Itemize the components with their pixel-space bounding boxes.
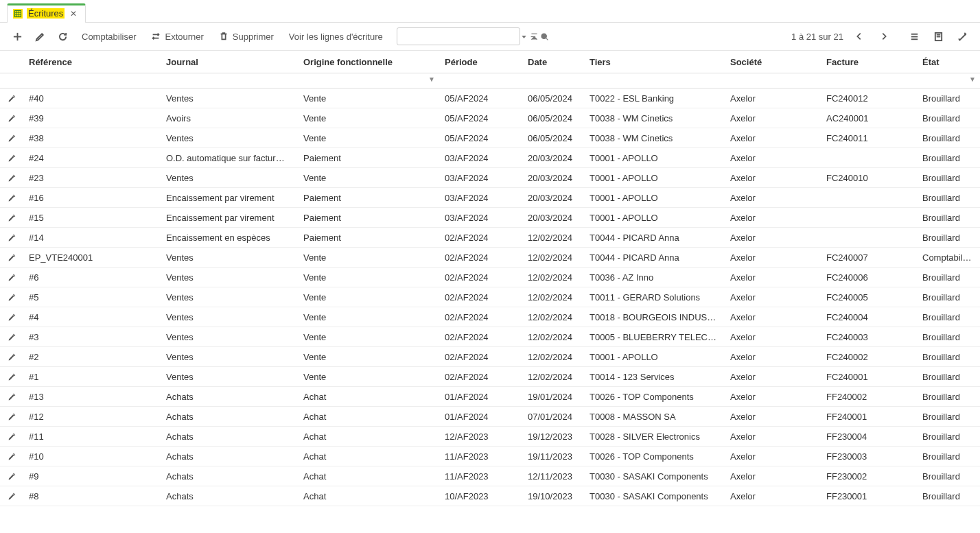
cell-reference: #12: [23, 412, 161, 422]
filter-date[interactable]: [522, 73, 584, 88]
header-periode[interactable]: Période: [439, 57, 522, 67]
table-row[interactable]: #39AvoirsVente05/AF202406/05/2024T0038 -…: [0, 108, 980, 128]
row-edit-button[interactable]: [0, 353, 23, 362]
cell-etat: Brouillard: [917, 372, 980, 382]
row-edit-button[interactable]: [0, 273, 23, 282]
cell-facture: FC240005: [821, 292, 917, 303]
row-edit-button[interactable]: [0, 253, 23, 262]
table-row[interactable]: #15Encaissement par virementPaiement03/A…: [0, 208, 980, 228]
cell-date: 19/01/2024: [522, 392, 584, 402]
table-row[interactable]: #4VentesVente02/AF202412/02/2024T0018 - …: [0, 307, 980, 327]
cell-tiers: T0044 - PICARD Anna: [584, 252, 725, 263]
cell-facture: FC240003: [821, 332, 917, 342]
grid-body: #40VentesVente05/AF202406/05/2024T0022 -…: [0, 88, 980, 506]
row-edit-button[interactable]: [0, 472, 23, 481]
dropdown-icon[interactable]: [520, 32, 528, 41]
table-row[interactable]: #23VentesVente03/AF202420/03/2024T0001 -…: [0, 168, 980, 188]
list-view-button[interactable]: [904, 27, 925, 46]
settings-button[interactable]: [952, 27, 973, 46]
row-edit-button[interactable]: [0, 333, 23, 342]
row-edit-button[interactable]: [0, 412, 23, 421]
cell-journal: Achats: [161, 431, 298, 442]
table-row[interactable]: #40VentesVente05/AF202406/05/2024T0022 -…: [0, 88, 980, 108]
supprimer-button[interactable]: Supprimer: [212, 27, 281, 46]
filter-periode[interactable]: [439, 73, 522, 88]
cell-periode: 11/AF2023: [439, 471, 522, 482]
table-row[interactable]: #16Encaissement par virementPaiement03/A…: [0, 188, 980, 208]
cell-origine: Vente: [298, 272, 439, 283]
search-icon[interactable]: [540, 32, 549, 41]
filter-reference[interactable]: [23, 73, 161, 88]
row-edit-button[interactable]: [0, 372, 23, 381]
row-edit-button[interactable]: [0, 213, 23, 222]
header-origine[interactable]: Origine fonctionnelle: [298, 57, 439, 67]
table-row[interactable]: #13AchatsAchat01/AF202419/01/2024T0026 -…: [0, 387, 980, 407]
filter-etat[interactable]: ▼: [917, 73, 980, 88]
header-facture[interactable]: Facture: [821, 57, 917, 67]
filter-facture[interactable]: [821, 73, 917, 88]
cell-origine: Paiement: [298, 153, 439, 163]
cell-etat: Brouillard: [917, 133, 980, 143]
refresh-button[interactable]: [52, 27, 73, 46]
add-button[interactable]: [7, 27, 28, 46]
close-icon[interactable]: ✕: [69, 9, 78, 19]
table-row[interactable]: #5VentesVente02/AF202412/02/2024T0011 - …: [0, 287, 980, 307]
caret-down-icon[interactable]: ▼: [428, 75, 435, 83]
filter-societe[interactable]: [725, 73, 821, 88]
table-row[interactable]: #14Encaissement en espècesPaiement02/AF2…: [0, 228, 980, 248]
row-edit-button[interactable]: [0, 392, 23, 401]
row-edit-button[interactable]: [0, 293, 23, 302]
search-box[interactable]: [397, 27, 520, 45]
cell-periode: 02/AF2024: [439, 312, 522, 322]
table-row[interactable]: #3VentesVente02/AF202412/02/2024T0005 - …: [0, 327, 980, 347]
row-edit-button[interactable]: [0, 174, 23, 182]
header-etat[interactable]: État: [917, 57, 980, 67]
table-row[interactable]: #12AchatsAchat01/AF202407/01/2024T0008 -…: [0, 407, 980, 427]
cell-tiers: T0001 - APOLLO: [584, 352, 725, 362]
header-societe[interactable]: Société: [725, 57, 821, 67]
table-row[interactable]: #38VentesVente05/AF202406/05/2024T0038 -…: [0, 128, 980, 148]
row-edit-button[interactable]: [0, 114, 23, 123]
header-reference[interactable]: Référence: [23, 57, 161, 67]
next-page-button[interactable]: [875, 27, 893, 45]
cell-reference: #24: [23, 153, 161, 163]
header-tiers[interactable]: Tiers: [584, 57, 725, 67]
table-row[interactable]: #10AchatsAchat11/AF202319/11/2023T0026 -…: [0, 447, 980, 466]
filter-tiers[interactable]: [584, 73, 725, 88]
cell-periode: 02/AF2024: [439, 292, 522, 303]
caret-down-icon[interactable]: ▼: [969, 75, 976, 83]
comptabiliser-button[interactable]: Comptabiliser: [75, 27, 143, 46]
row-edit-button[interactable]: [0, 492, 23, 501]
filter-journal[interactable]: [161, 73, 298, 88]
form-view-button[interactable]: [928, 27, 949, 46]
table-row[interactable]: EP_VTE240001VentesVente02/AF202412/02/20…: [0, 248, 980, 268]
row-edit-button[interactable]: [0, 432, 23, 441]
filter-origine[interactable]: ▼: [298, 73, 439, 88]
table-row[interactable]: #6VentesVente02/AF202412/02/2024T0036 - …: [0, 268, 980, 287]
tab-ecritures[interactable]: Écritures ✕: [7, 3, 86, 23]
cell-facture: FC240004: [821, 312, 917, 322]
table-row[interactable]: #24O.D. automatique sur factur…Paiement0…: [0, 148, 980, 168]
search-input[interactable]: [403, 29, 518, 44]
table-row[interactable]: #11AchatsAchat12/AF202319/12/2023T0028 -…: [0, 427, 980, 447]
row-edit-button[interactable]: [0, 452, 23, 461]
row-edit-button[interactable]: [0, 134, 23, 143]
header-journal[interactable]: Journal: [161, 57, 298, 67]
table-row[interactable]: #2VentesVente02/AF202412/02/2024T0001 - …: [0, 347, 980, 367]
header-date[interactable]: Date: [522, 57, 584, 67]
voir-lignes-button[interactable]: Voir les lignes d'écriture: [282, 27, 390, 46]
table-row[interactable]: #1VentesVente02/AF202412/02/2024T0014 - …: [0, 367, 980, 387]
table-row[interactable]: #9AchatsAchat11/AF202312/11/2023T0030 - …: [0, 466, 980, 486]
cell-periode: 12/AF2023: [439, 431, 522, 442]
edit-button[interactable]: [30, 27, 51, 46]
cell-origine: Vente: [298, 332, 439, 342]
row-edit-button[interactable]: [0, 233, 23, 242]
extourner-button[interactable]: Extourner: [144, 27, 210, 46]
prev-page-button[interactable]: [850, 27, 868, 45]
clear-icon[interactable]: [530, 32, 539, 41]
row-edit-button[interactable]: [0, 313, 23, 322]
row-edit-button[interactable]: [0, 94, 23, 103]
row-edit-button[interactable]: [0, 154, 23, 163]
table-row[interactable]: #8AchatsAchat10/AF202319/10/2023T0030 - …: [0, 486, 980, 506]
row-edit-button[interactable]: [0, 193, 23, 202]
